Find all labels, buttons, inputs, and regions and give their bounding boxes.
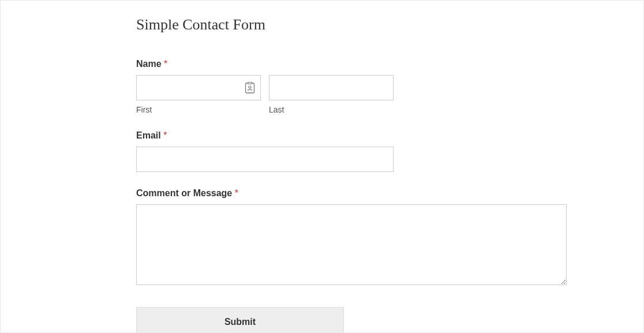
page-border: [0, 0, 644, 333]
first-name-wrapper: [136, 75, 261, 100]
first-name-input[interactable]: [136, 75, 261, 100]
